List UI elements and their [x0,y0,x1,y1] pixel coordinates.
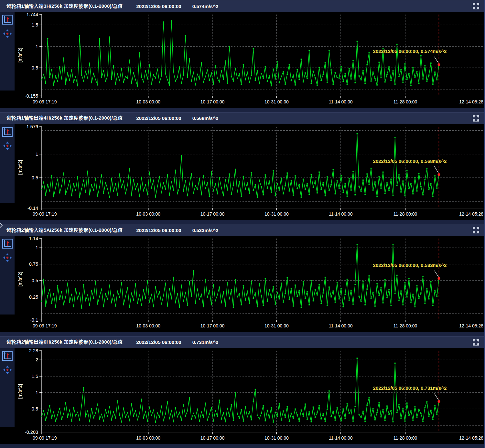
data-point-marker [277,415,278,417]
pan-icon[interactable] [3,365,12,374]
data-point-marker [149,171,150,173]
data-point-marker [135,189,136,190]
data-point-marker [111,302,112,304]
data-point-marker [225,179,226,180]
data-point-marker [151,294,152,295]
data-point-marker [121,68,122,69]
data-point-marker [177,77,178,78]
data-point-marker [251,172,252,173]
axis-autoscale-icon[interactable] [2,351,13,361]
y-tick-label: 1 [36,44,38,49]
data-point-marker [77,411,78,413]
x-tick-label: 10-17 00:00 [200,435,225,440]
data-point-marker [157,296,158,298]
data-point-marker [159,291,160,293]
chart-plot[interactable]: 1.7441.510.5-0.155[m/s^2]09-09 17:1910-0… [15,12,485,108]
data-point-marker [57,178,59,180]
data-point-marker [428,189,430,190]
chart-area: 1.57910.5-0.14[m/s^2]09-09 17:1910-03 00… [0,124,484,220]
expand-icon[interactable] [473,115,479,122]
data-point-marker [259,283,260,284]
data-point-marker [41,415,42,417]
data-point-marker [357,133,358,134]
cursor-annotation-label: 2022/12/05 06:00:00, 0.574m/s^2 [373,48,447,54]
data-point-marker [245,300,246,301]
data-point-marker [221,418,222,420]
data-point-marker [432,196,434,197]
data-point-marker [149,302,150,303]
data-point-marker [63,172,64,174]
cursor-point-marker [437,173,440,176]
data-point-marker [195,417,196,418]
data-point-marker [354,406,356,407]
data-point-marker [171,181,172,182]
data-point-marker [239,181,240,182]
data-point-marker [291,412,292,414]
data-point-marker [71,421,72,422]
data-point-marker [191,81,192,82]
pan-icon[interactable] [3,29,12,38]
data-point-marker [388,289,390,290]
data-point-marker [181,284,182,286]
data-point-marker [434,71,436,73]
data-point-marker [155,422,156,423]
y-tick-label: 1 [36,390,38,395]
data-point-marker [404,282,406,283]
data-point-marker [221,187,222,188]
chart-plot[interactable]: 2.2821.510.5-0.203[m/s^2]09-09 17:1910-0… [15,348,485,444]
data-point-marker [187,410,188,411]
data-point-marker [217,416,218,417]
data-point-marker [422,194,424,195]
data-point-marker [231,289,232,290]
data-point-marker [41,79,42,80]
expand-icon[interactable] [473,3,479,9]
pan-icon[interactable] [3,253,12,262]
data-point-marker [432,305,434,306]
data-point-marker [61,419,62,420]
data-point-marker [181,83,182,84]
data-point-marker [223,291,224,293]
data-point-marker [388,413,390,415]
data-point-marker [337,77,338,78]
waveform-trend-series [42,133,439,197]
pan-icon[interactable] [3,141,12,150]
data-point-marker [121,421,122,423]
data-point-marker [193,71,194,73]
data-point-marker [171,298,172,300]
data-point-marker [93,298,94,299]
x-tick-label: 11-28 00:00 [393,99,417,104]
data-point-marker [308,411,310,412]
data-point-marker [117,291,118,292]
axis-autoscale-icon[interactable] [2,239,13,249]
chart-plot[interactable]: 1.57910.5-0.14[m/s^2]09-09 17:1910-03 00… [15,124,485,220]
splitter-chevron-right-icon[interactable] [0,222,4,229]
data-point-marker [267,81,268,82]
expand-icon[interactable] [473,227,479,233]
data-point-marker [434,405,436,406]
axis-autoscale-icon[interactable] [2,15,13,25]
expand-icon[interactable] [473,339,479,346]
annotation-pointer-line [434,57,438,63]
y-axis-unit-label: [m/s^2] [17,160,23,175]
data-point-marker [269,75,270,77]
data-point-marker [83,387,84,388]
data-point-marker [412,294,414,295]
data-point-marker [381,77,382,78]
data-point-marker [205,402,206,404]
y-tick-label: 1.14 [29,236,38,241]
chart-plot[interactable]: 1.1410.750.50.25-0.1[m/s^2]09-09 17:1910… [15,236,485,332]
x-tick-label: 11-28 00:00 [393,435,417,440]
data-point-marker [135,79,136,80]
data-point-marker [175,407,176,408]
data-point-marker [273,286,274,287]
data-point-marker [317,85,318,86]
data-point-marker [199,421,200,422]
axis-autoscale-icon[interactable] [2,127,13,137]
data-point-marker [55,421,56,422]
data-point-marker [410,85,412,86]
data-point-marker [337,282,338,283]
data-point-marker [273,69,274,70]
data-point-marker [125,416,126,418]
data-point-marker [430,183,432,185]
data-point-marker [299,184,300,185]
